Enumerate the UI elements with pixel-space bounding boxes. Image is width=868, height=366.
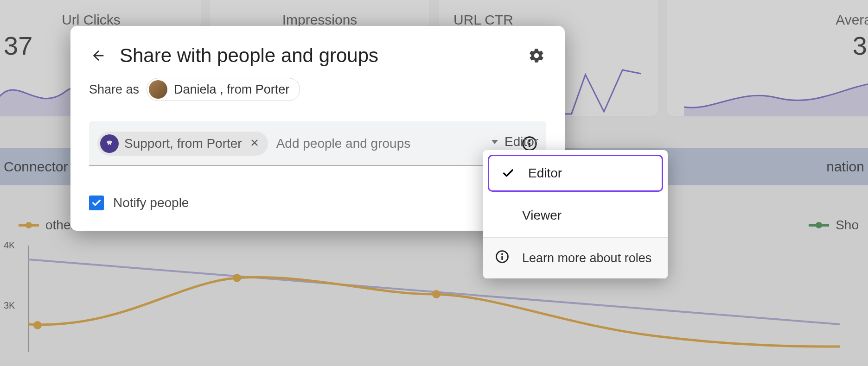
learn-more-link[interactable]: Learn more about roles — [483, 238, 668, 278]
role-dropdown: Editor Viewer Learn more about roles — [483, 150, 668, 278]
legend-label: Sho — [836, 218, 859, 233]
role-option-label: Editor — [528, 166, 562, 181]
remove-chip-button[interactable] — [248, 136, 262, 151]
avatar — [100, 134, 119, 153]
y-axis-tick: 3K — [4, 300, 15, 311]
share-as-chip[interactable]: Daniela , from Porter — [147, 78, 300, 101]
person-chip[interactable]: Support, from Porter — [97, 132, 268, 156]
metric-title: Url Clicks — [0, 12, 186, 28]
add-people-input[interactable] — [276, 136, 513, 151]
svg-point-5 — [108, 143, 109, 145]
connector-label-left: Connector — [4, 159, 68, 175]
role-select-trigger[interactable]: Editor — [491, 134, 538, 149]
back-button[interactable] — [89, 46, 108, 65]
role-option-editor[interactable]: Editor — [488, 155, 663, 192]
share-as-label: Share as — [89, 82, 139, 97]
role-option-viewer[interactable]: Viewer — [483, 196, 668, 234]
role-option-label: Viewer — [522, 208, 562, 223]
y-axis-tick: 4K — [4, 240, 15, 251]
avatar — [149, 80, 167, 99]
svg-point-2 — [233, 274, 241, 282]
legend-item: Sho — [809, 218, 859, 233]
dialog-title: Share with people and groups — [120, 44, 378, 67]
share-as-name: Daniela , from Porter — [174, 82, 289, 97]
metric-title: URL CTR — [453, 12, 643, 28]
check-icon — [91, 198, 102, 208]
svg-point-11 — [501, 253, 503, 255]
gear-icon — [528, 47, 545, 64]
arrow-left-icon — [90, 48, 106, 63]
legend-swatch-icon — [19, 224, 39, 227]
connector-label-right: nation — [826, 159, 864, 175]
metric-title: Avera — [682, 12, 868, 28]
learn-more-label: Learn more about roles — [522, 251, 651, 265]
legend-item: other — [19, 218, 75, 233]
sparkline-chart — [682, 61, 868, 116]
svg-point-6 — [110, 143, 111, 145]
people-input-row[interactable]: Support, from Porter — [89, 121, 546, 166]
metric-title: Impressions — [225, 12, 415, 28]
metric-value: 3 — [682, 31, 868, 61]
metric-card: Avera 3 — [667, 0, 868, 116]
close-icon — [249, 138, 260, 148]
settings-button[interactable] — [527, 46, 546, 65]
caret-down-icon — [491, 140, 498, 144]
check-icon — [501, 167, 515, 180]
mascot-icon — [103, 138, 115, 150]
main-chart — [19, 232, 849, 352]
notify-checkbox[interactable] — [89, 196, 104, 210]
svg-point-1 — [33, 321, 42, 329]
svg-rect-12 — [501, 256, 503, 260]
legend-swatch-icon — [809, 224, 829, 227]
info-icon — [495, 250, 509, 267]
notify-label: Notify people — [113, 196, 189, 210]
svg-point-3 — [432, 290, 440, 298]
chip-label: Support, from Porter — [124, 136, 242, 151]
role-label: Editor — [504, 134, 538, 149]
